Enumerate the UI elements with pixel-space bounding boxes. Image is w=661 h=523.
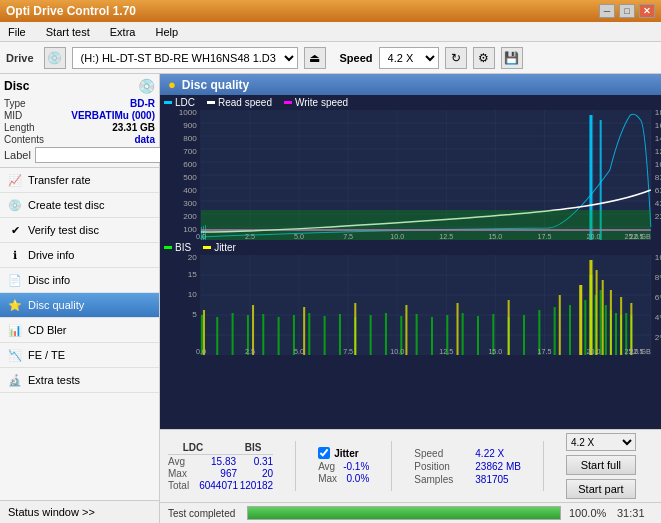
status-window[interactable]: Status window >>	[0, 500, 159, 523]
menu-help[interactable]: Help	[151, 24, 182, 40]
svg-text:15.0: 15.0	[488, 348, 502, 355]
legend-read-speed-label: Read speed	[218, 97, 272, 108]
svg-rect-127	[596, 270, 598, 355]
svg-rect-84	[232, 313, 234, 355]
max-jitter-label: Max	[318, 473, 337, 484]
svg-text:20.0: 20.0	[587, 348, 601, 355]
settings-button[interactable]: ⚙	[473, 47, 495, 69]
speed-select[interactable]: 4.2 X	[379, 47, 439, 69]
svg-text:18X: 18X	[655, 110, 661, 117]
transfer-rate-icon: 📈	[8, 173, 22, 187]
progress-bar-container: Test completed 100.0% 31:31	[160, 502, 661, 523]
svg-text:7.5: 7.5	[343, 348, 353, 355]
svg-text:6%: 6%	[655, 293, 661, 302]
position-value: 23862 MB	[475, 461, 521, 472]
avg-ldc-value: 15.83	[191, 456, 236, 467]
legend-ldc-label: LDC	[175, 97, 195, 108]
disc-contents-label: Contents	[4, 134, 44, 145]
create-test-disc-icon: 💿	[8, 198, 22, 212]
svg-rect-123	[508, 300, 510, 355]
speed-label: Speed	[340, 52, 373, 64]
refresh-button[interactable]: ↻	[445, 47, 467, 69]
svg-text:200: 200	[183, 212, 197, 221]
svg-rect-130	[620, 297, 622, 355]
svg-text:20: 20	[188, 255, 198, 262]
svg-rect-91	[339, 314, 341, 355]
sidebar-item-disc-quality-label: Disc quality	[28, 299, 84, 311]
maximize-button[interactable]: □	[619, 4, 635, 18]
svg-rect-105	[554, 307, 556, 355]
save-button[interactable]: 💾	[501, 47, 523, 69]
jitter-checkbox[interactable]	[318, 447, 330, 459]
drive-select[interactable]: (H:) HL-DT-ST BD-RE WH16NS48 1.D3	[72, 47, 298, 69]
sidebar-item-drive-info[interactable]: ℹ Drive info	[0, 243, 159, 268]
sidebar-item-extra-tests[interactable]: 🔬 Extra tests	[0, 368, 159, 393]
menu-start-test[interactable]: Start test	[42, 24, 94, 40]
sidebar-item-fe-te[interactable]: 📉 FE / TE	[0, 343, 159, 368]
minimize-button[interactable]: ─	[599, 4, 615, 18]
close-button[interactable]: ✕	[639, 4, 655, 18]
start-full-button[interactable]: Start full	[566, 455, 636, 475]
legend-bis: BIS	[164, 242, 191, 253]
disc-panel: Disc 💿 Type BD-R MID VERBATIMu (000) Len…	[0, 74, 159, 168]
svg-text:5.0: 5.0	[294, 233, 304, 240]
total-bis-value: 120182	[238, 480, 273, 491]
svg-rect-125	[579, 285, 582, 355]
avg-jitter-label: Avg	[318, 461, 335, 472]
svg-text:2X: 2X	[655, 212, 661, 221]
sidebar-item-disc-info[interactable]: 📄 Disc info	[0, 268, 159, 293]
progress-percent: 100.0%	[569, 507, 609, 519]
start-part-button[interactable]: Start part	[566, 479, 636, 499]
status-text: Test completed	[164, 508, 239, 519]
top-chart: 1000 900 800 700 600 500 400 300 200 100…	[160, 110, 661, 240]
drive-info-icon: ℹ	[8, 248, 22, 262]
svg-text:17.5: 17.5	[537, 233, 551, 240]
svg-rect-45	[201, 210, 651, 240]
svg-text:2.5: 2.5	[245, 348, 255, 355]
sidebar-item-disc-info-label: Disc info	[28, 274, 70, 286]
sidebar-item-verify-test-disc[interactable]: ✔ Verify test disc	[0, 218, 159, 243]
disc-length-value: 23.31 GB	[112, 122, 155, 133]
extra-tests-icon: 🔬	[8, 373, 22, 387]
progress-track	[247, 506, 561, 520]
svg-text:0.0: 0.0	[196, 233, 206, 240]
svg-rect-96	[416, 314, 418, 355]
disc-label-input[interactable]	[35, 147, 168, 163]
charts-container: LDC Read speed Write speed	[160, 95, 661, 429]
svg-rect-126	[589, 260, 592, 355]
eject-button[interactable]: ⏏	[304, 47, 326, 69]
avg-bis-value: 0.31	[238, 456, 273, 467]
sidebar-item-transfer-rate[interactable]: 📈 Transfer rate	[0, 168, 159, 193]
svg-rect-97	[431, 317, 433, 355]
svg-text:1000: 1000	[179, 110, 198, 117]
samples-label: Samples	[414, 474, 469, 485]
svg-rect-113	[615, 313, 617, 355]
svg-rect-120	[354, 303, 356, 355]
speed-dropdown[interactable]: 4.2 X	[566, 433, 636, 451]
max-ldc-value: 967	[192, 468, 237, 479]
svg-text:5: 5	[192, 310, 197, 319]
bis-header: BIS	[233, 442, 273, 453]
disc-quality-title: Disc quality	[182, 78, 249, 92]
sidebar-item-create-test-disc[interactable]: 💿 Create test disc	[0, 193, 159, 218]
disc-quality-header: ● Disc quality	[160, 74, 661, 95]
menu-extra[interactable]: Extra	[106, 24, 140, 40]
svg-rect-87	[278, 317, 280, 355]
sidebar-item-cd-bler[interactable]: 📊 CD Bler	[0, 318, 159, 343]
svg-text:10X: 10X	[655, 160, 661, 169]
jitter-label: Jitter	[334, 448, 358, 459]
svg-rect-106	[569, 305, 571, 355]
menu-file[interactable]: File	[4, 24, 30, 40]
sidebar-item-cd-bler-label: CD Bler	[28, 324, 67, 336]
sidebar-item-disc-quality[interactable]: ⭐ Disc quality	[0, 293, 159, 318]
stats-bar: LDC BIS Avg 15.83 0.31 Max 967 20 Total …	[160, 429, 661, 502]
top-chart-legend: LDC Read speed Write speed	[160, 95, 661, 110]
svg-text:17.5: 17.5	[537, 348, 551, 355]
svg-text:900: 900	[183, 121, 197, 130]
max-label: Max	[168, 468, 187, 479]
avg-label: Avg	[168, 456, 185, 467]
total-ldc-value: 6044071	[193, 480, 238, 491]
legend-ldc: LDC	[164, 97, 195, 108]
title-bar: Opti Drive Control 1.70 ─ □ ✕	[0, 0, 661, 22]
svg-text:12.5: 12.5	[439, 233, 453, 240]
